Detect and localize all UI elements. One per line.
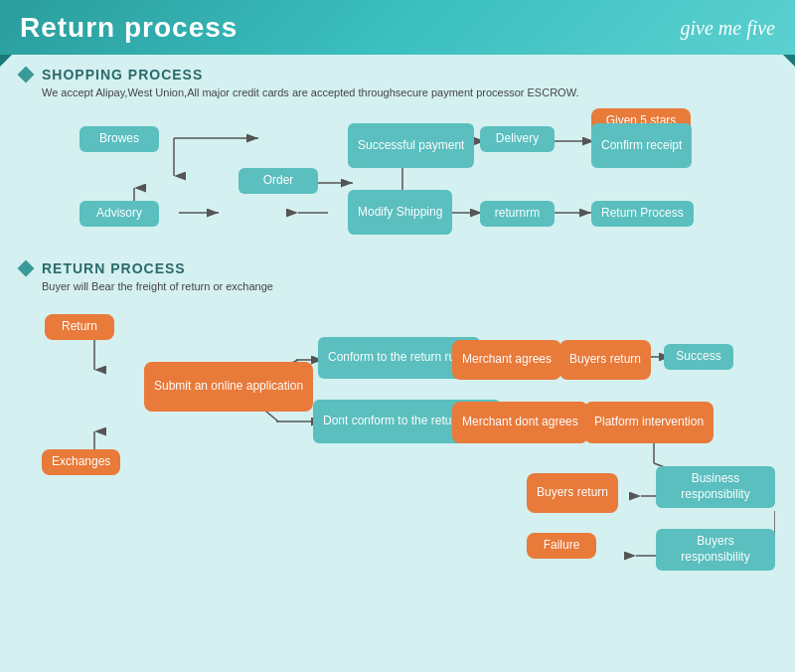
- browes-box: Browes: [80, 126, 159, 152]
- failure-box: Failure: [527, 533, 596, 559]
- delivery-box: Delivery: [480, 126, 555, 152]
- return-section-header: RETURN PROCESS: [20, 260, 775, 276]
- exchanges-box: Exchanges: [42, 449, 120, 475]
- ribbon-right: [783, 55, 795, 67]
- merchant-agrees-box: Merchant agrees: [452, 340, 561, 380]
- modify-shipping-box: Modify Shipping: [348, 190, 452, 235]
- ribbon-left: [0, 55, 12, 67]
- platform-intervention-box: Platform intervention: [584, 402, 714, 443]
- return-button-box: Return: [45, 314, 114, 340]
- success-box: Success: [664, 344, 733, 370]
- logo-text: give me five: [681, 16, 776, 39]
- shopping-title: SHOPPING PROCESS: [42, 67, 203, 83]
- diamond-icon: [18, 67, 35, 84]
- return-subtitle: Buyer will Bear the freight of return or…: [42, 280, 775, 292]
- shopping-subtitle: We accept Alipay,West Union,All major cr…: [42, 86, 775, 98]
- page-title: Return process: [20, 12, 238, 44]
- business-responsibility-box: Business responsibility: [656, 466, 775, 508]
- return-process-box: Return Process: [591, 201, 694, 227]
- confirm-receipt-box: Confirm receipt: [591, 123, 692, 168]
- diamond-icon-2: [18, 260, 35, 277]
- return-title: RETURN PROCESS: [42, 260, 186, 276]
- header: Return process give me five: [0, 0, 795, 55]
- successful-payment-box: Successful payment: [348, 123, 474, 168]
- returnrm-box: returnrm: [480, 201, 555, 227]
- shopping-diagram: Given 5 stars Browes Successful payment …: [20, 108, 775, 252]
- order-box: Order: [238, 168, 318, 194]
- submit-online-box: Submit an online application: [144, 362, 313, 412]
- merchant-dont-agrees-box: Merchant dont agrees: [452, 402, 588, 443]
- buyers-responsibility-box: Buyers responsibility: [656, 529, 775, 571]
- main-content: SHOPPING PROCESS We accept Alipay,West U…: [0, 55, 795, 672]
- return-diagram: Return Exchanges Submit an online applic…: [20, 302, 775, 561]
- buyers-return-2-box: Buyers return: [527, 473, 618, 513]
- advisory-box: Advisory: [80, 201, 159, 227]
- buyers-return-1-box: Buyers return: [559, 340, 651, 380]
- shopping-section-header: SHOPPING PROCESS: [20, 67, 775, 83]
